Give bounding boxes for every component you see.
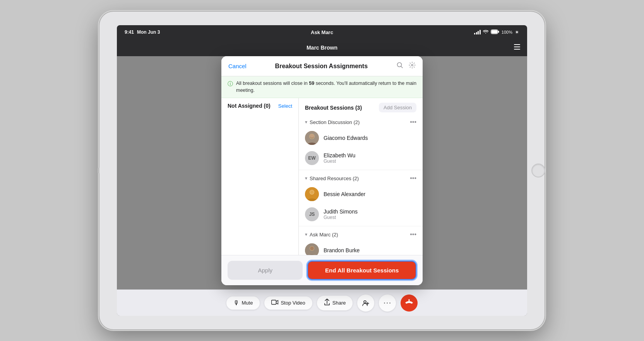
info-icon: ⓘ [228,81,233,88]
modal-header: Cancel Breakout Session Assignments [221,56,423,76]
participant-name-giacomo: Giacomo Edwards [324,135,368,141]
avatar-initials-elizabeth: EW [308,155,315,161]
session-group-header-1: ▾ Section Discussion (2) ••• [299,115,423,128]
svg-point-20 [364,301,366,303]
meeting-header: Marc Brown [117,39,527,56]
bg-content: Cancel Breakout Session Assignments [117,56,527,289]
end-call-button[interactable] [401,294,418,312]
participant-brandon[interactable]: Brandon Burke [299,240,423,255]
bluetooth-icon: ✴ [515,29,519,35]
alert-seconds: 59 [309,81,314,86]
microphone-icon: 🎙 [233,300,240,307]
right-header: Breakout Sessions (3) Add Session [299,98,423,115]
modal-footer: Apply End All Breakout Sessions [221,255,423,285]
session-name-2: Shared Resources (2) [310,176,359,181]
alert-banner: ⓘ All breakout sessions will close in 59… [221,76,423,98]
participant-bessie[interactable]: Bessie Alexander [299,184,423,204]
share-icon [324,299,330,307]
ipad-frame: 9:41 Mon Jun 3 Ask Marc [99,12,545,329]
participant-role-judith: Guest [324,215,358,220]
add-session-button[interactable]: Add Session [379,103,416,112]
left-header: Not Assigned (0) Select [221,98,298,112]
modal-body: Not Assigned (0) Select Breakout Session… [221,98,423,255]
status-bar-right: 100% ✴ [474,29,519,35]
cancel-button[interactable]: Cancel [228,63,247,69]
home-button[interactable] [531,164,545,177]
end-all-sessions-button[interactable]: End All Breakout Sessions [307,261,416,280]
app-name: Ask Marc [311,29,333,35]
svg-point-8 [411,64,413,66]
avatar-giacomo [305,131,319,145]
left-empty-area [221,112,298,255]
select-button[interactable]: Select [278,103,292,109]
participant-name-bessie: Bessie Alexander [324,191,365,197]
stop-video-button[interactable]: Stop Video [264,296,312,310]
avatar-brandon [305,243,319,255]
share-button[interactable]: Share [317,296,353,310]
participant-giacomo[interactable]: Giacomo Edwards [299,128,423,148]
signal-icon [474,30,481,34]
participant-info-elizabeth: Elizabeth Wu Guest [324,152,355,164]
alert-text: All breakout sessions will close in 59 s… [236,80,416,94]
more-options-button[interactable]: ··· [379,294,396,312]
ipad-screen: 9:41 Mon Jun 3 Ask Marc [117,25,527,316]
participant-judith[interactable]: JS Judith Simons Guest [299,204,423,224]
time-display: 9:41 [125,29,134,35]
apply-button[interactable]: Apply [228,261,303,280]
meeting-title: Marc Brown [307,45,337,51]
svg-rect-19 [272,300,276,304]
svg-point-6 [397,63,402,67]
chevron-down-icon-2: ▾ [305,176,307,181]
camera-icon [271,300,278,307]
session-name-3: Ask Marc (2) [310,232,338,238]
settings-icon[interactable] [409,62,416,71]
svg-point-18 [310,246,314,250]
svg-point-12 [310,134,314,138]
date-display: Mon Jun 3 [137,29,160,35]
sessions-list: ▾ Section Discussion (2) ••• [299,115,423,255]
participant-name-elizabeth: Elizabeth Wu [324,152,355,158]
session-group-section-discussion: ▾ Section Discussion (2) ••• [299,115,423,168]
avatar-judith: JS [305,207,319,221]
session-group-header-3: ▾ Ask Marc (2) ••• [299,228,423,240]
svg-point-15 [310,190,314,194]
modal-header-icons [396,62,416,71]
participant-name-brandon: Brandon Burke [324,247,360,253]
session-group-left-2: ▾ Shared Resources (2) [305,176,359,181]
mute-button[interactable]: 🎙 Mute [226,296,260,310]
avatar-initials-judith: JS [309,212,315,217]
chevron-down-icon-3: ▾ [305,232,307,237]
session-group-ask-marc: ▾ Ask Marc (2) ••• [299,228,423,255]
more-options-icon-1[interactable]: ••• [410,119,416,126]
ellipsis-icon: ··· [384,299,392,307]
svg-rect-1 [498,31,499,33]
separator-1 [299,170,423,170]
participant-info-judith: Judith Simons Guest [324,208,358,220]
session-group-left-1: ▾ Section Discussion (2) [305,119,360,125]
alert-prefix: All breakout sessions will close in [236,81,309,86]
participants-button[interactable] [357,294,374,312]
status-bar: 9:41 Mon Jun 3 Ask Marc [117,25,527,39]
chevron-down-icon-1: ▾ [305,119,307,125]
mute-label: Mute [242,300,253,306]
side-button [98,168,99,173]
separator-2 [299,226,423,226]
meeting-header-right [513,43,521,52]
battery-icon [491,29,499,35]
wifi-icon [483,29,488,35]
participant-info-brandon: Brandon Burke [324,247,360,253]
right-column: Breakout Sessions (3) Add Session ▾ [299,98,423,255]
breakout-sessions-title: Breakout Sessions (3) [305,105,362,111]
participant-elizabeth[interactable]: EW Elizabeth Wu Guest [299,148,423,168]
modal-title: Breakout Session Assignments [275,63,368,70]
search-icon[interactable] [396,62,403,71]
svg-rect-3 [514,44,520,45]
more-options-icon-2[interactable]: ••• [410,175,416,182]
svg-rect-2 [491,30,497,34]
svg-line-7 [401,67,403,68]
more-options-icon-3[interactable]: ••• [410,231,416,238]
participant-name-judith: Judith Simons [324,208,358,215]
status-bar-left: 9:41 Mon Jun 3 [125,29,160,35]
left-column: Not Assigned (0) Select [221,98,299,255]
svg-rect-21 [409,299,410,301]
